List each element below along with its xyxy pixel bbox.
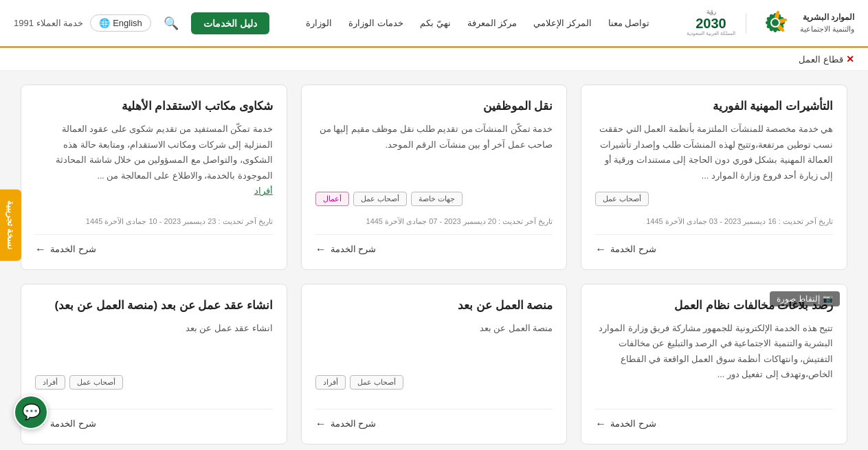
- card-violations: 📷 إلتقاط صورة رصد بلاغات مخالفات نظام ال…: [581, 284, 847, 445]
- arrow-icon-1: ←: [595, 243, 606, 256]
- ministry-name: الموارد البشرية والتنمية الاجتماعية: [800, 11, 854, 35]
- card-tags-1: أصحاب عمل: [595, 192, 833, 206]
- card-tags-2: جهات خاصة أصحاب عمل أعمال: [315, 192, 553, 206]
- card-date-2: تاريخ آخر تحديث : 20 ديسمبر 2023 - 07 جم…: [315, 217, 553, 226]
- nav-item-services[interactable]: خدمات الوزارة: [340, 18, 412, 28]
- card-desc-2: خدمة تمكّن المنشآت من تقديم طلب نقل موظف…: [315, 122, 553, 185]
- nav-item-contact[interactable]: تواصل معنا: [600, 18, 658, 28]
- main-header: الموارد البشرية والتنمية الاجتماعية: [0, 0, 868, 48]
- vision-logo: رؤية 2030 المملكة العربية السعودية: [687, 10, 735, 36]
- divider: [746, 13, 746, 34]
- close-icon[interactable]: ✕: [846, 54, 854, 65]
- customer-service-number: خدمة العملاء 1991: [14, 18, 83, 28]
- card-date-1: تاريخ آخر تحديث : 16 ديسمبر 2023 - 03 جم…: [595, 217, 833, 226]
- arrow-icon-5: ←: [315, 418, 326, 430]
- nav-list: الوزارة خدمات الوزارة نهيّ بكم مركز المع…: [298, 18, 658, 28]
- nav-item-media[interactable]: المركز الإعلامي: [525, 18, 600, 28]
- tag-special: جهات خاصة: [411, 192, 463, 206]
- card-title-3: شكاوى مكاتب الاستقدام الأهلية: [35, 99, 273, 113]
- card-desc-5: منصة العمل عن بعد: [315, 321, 553, 368]
- card-link-5[interactable]: شرح الخدمة ←: [315, 409, 553, 430]
- card-date-3: تاريخ آخر تحديث : 23 ديسمبر 2023 - 10 جم…: [35, 217, 273, 226]
- header-left: دليل الخدمات 🔍 English 🌐 خدمة العملاء 19…: [14, 12, 269, 34]
- card-title-6: انشاء عقد عمل عن بعد (منصة العمل عن بعد): [35, 298, 273, 313]
- arrow-icon-4: ←: [595, 418, 606, 430]
- card-title-1: التأشيرات المهنية الفورية: [595, 99, 833, 113]
- card-link-6[interactable]: شرح الخدمة ←: [35, 409, 273, 430]
- tag-individuals-5: أفراد: [315, 375, 346, 390]
- card-title-5: منصة العمل عن بعد: [315, 298, 553, 313]
- screenshot-overlay[interactable]: 📷 إلتقاط صورة: [770, 291, 840, 306]
- header-right: الموارد البشرية والتنمية الاجتماعية: [687, 4, 854, 42]
- tag-business: أعمال: [315, 192, 349, 206]
- card-desc-3: خدمة تمكّن المستفيد من تقديم شكوى على عق…: [35, 122, 273, 199]
- card-title-2: نقل الموظفين: [315, 99, 553, 113]
- svg-point-11: [772, 19, 779, 26]
- sector-filter[interactable]: ✕ قطاع العمل: [799, 54, 854, 65]
- tag-employers-6: أصحاب عمل: [69, 375, 123, 390]
- nav-item-nahy[interactable]: نهيّ بكم: [412, 18, 459, 28]
- card-employee-transfer: نقل الموظفين خدمة تمكّن المنشآت من تقديم…: [301, 85, 568, 270]
- search-icon[interactable]: 🔍: [164, 16, 179, 31]
- side-tab-beta[interactable]: نسخة تجريبية: [0, 189, 21, 261]
- card-link-4[interactable]: شرح الخدمة ←: [595, 409, 833, 430]
- card-desc-6: انشاء عقد عمل عن بعد: [35, 321, 273, 368]
- card-remote-contract: انشاء عقد عمل عن بعد (منصة العمل عن بعد)…: [21, 284, 287, 445]
- tag-employers-2: أصحاب عمل: [353, 192, 407, 206]
- main-nav: الوزارة خدمات الوزارة نهيّ بكم مركز المع…: [298, 18, 658, 28]
- nav-item-ministry[interactable]: الوزارة: [298, 18, 340, 28]
- tag-individuals-6: أفراد: [35, 375, 65, 390]
- ministry-star-icon: [757, 4, 794, 42]
- sub-header: ✕ قطاع العمل: [0, 48, 868, 71]
- card-remote-platform: منصة العمل عن بعد منصة العمل عن بعد أصحا…: [301, 284, 568, 445]
- arrow-icon-2: ←: [315, 243, 326, 256]
- card-link-3[interactable]: شرح الخدمة ←: [35, 234, 273, 256]
- tag-employers: أصحاب عمل: [595, 192, 649, 206]
- language-button[interactable]: English 🌐: [90, 14, 151, 32]
- card-instant-visas: التأشيرات المهنية الفورية هي خدمة مخصصة …: [581, 85, 847, 270]
- card-link-2[interactable]: شرح الخدمة ←: [315, 234, 553, 256]
- tag-employers-5: أصحاب عمل: [350, 375, 403, 390]
- card-tags-5: أصحاب عمل أفراد: [315, 375, 553, 390]
- camera-icon: 📷: [823, 294, 833, 304]
- chat-icon: 💬: [22, 403, 41, 421]
- card-tags-6: أصحاب عمل أفراد: [35, 375, 273, 390]
- card-complaints: شكاوى مكاتب الاستقدام الأهلية خدمة تمكّن…: [21, 85, 287, 270]
- globe-icon: 🌐: [99, 18, 110, 28]
- card-link-1[interactable]: شرح الخدمة ←: [595, 234, 833, 256]
- chat-button[interactable]: 💬: [14, 395, 48, 429]
- cards-grid: التأشيرات المهنية الفورية هي خدمة مخصصة …: [21, 85, 847, 445]
- ministry-logo: الموارد البشرية والتنمية الاجتماعية: [757, 4, 854, 42]
- main-content: التأشيرات المهنية الفورية هي خدمة مخصصة …: [0, 71, 868, 450]
- card-desc-1: هي خدمة مخصصة للمنشآت الملتزمة بأنظمة ال…: [595, 122, 833, 185]
- arrow-icon-3: ←: [35, 243, 46, 256]
- services-guide-button[interactable]: دليل الخدمات: [191, 12, 269, 34]
- card-desc-4: تتيح هذه الخدمة الإلكترونية للجمهور مشار…: [595, 321, 833, 383]
- nav-item-knowledge[interactable]: مركز المعرفة: [459, 18, 526, 28]
- read-more-link-3[interactable]: أفراد: [254, 186, 273, 196]
